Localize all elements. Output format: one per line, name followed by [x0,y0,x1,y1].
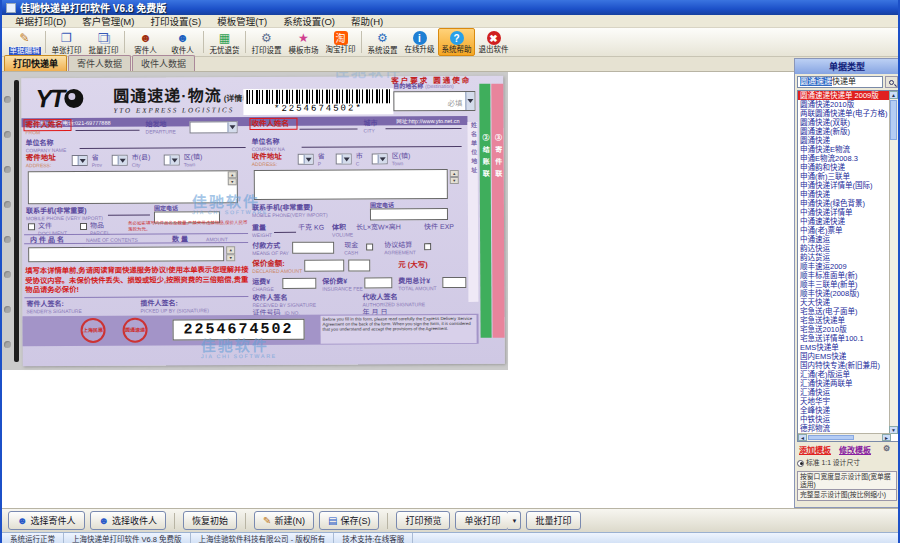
weight-field[interactable] [274,224,296,233]
new-button[interactable]: ✎ 新建(N) [254,511,314,530]
save-button[interactable]: ▤ 保存(S) [319,511,379,530]
charge-field[interactable] [282,278,316,289]
template-list-item[interactable]: EMS快递单 [798,343,890,352]
template-list-item[interactable]: 中通速运 [798,235,890,244]
document-checkbox[interactable] [28,223,35,230]
receiver-city-select[interactable] [336,154,352,165]
departure-select[interactable] [189,121,237,133]
template-list-item[interactable]: 中通快递详情单 [798,208,890,217]
template-list-item[interactable]: 申通韵和快递 [798,163,890,172]
receiver-company-field[interactable] [302,137,462,148]
sender-province-select[interactable] [72,155,88,166]
amount-spinner[interactable]: ▲▼ [226,246,235,261]
option-fit-whole[interactable]: 完整显示设计图(按比例缩小) [797,489,897,501]
template-list-item[interactable]: 申通快递(绿色背景) [798,199,890,208]
destination-input[interactable]: 必填 [393,91,475,111]
toolbar-taobao-button[interactable]: 淘 淘宝打印 [322,28,359,56]
template-list-item[interactable]: 圆通速递快递单 2009版 [798,91,890,100]
template-list-item[interactable]: 圆通快递(双联) [798,118,890,127]
template-list-item[interactable]: 圆通快递2010版 [798,100,890,109]
parcel-checkbox[interactable] [80,223,87,230]
template-list-item[interactable]: 汇通(老)版运单 [798,370,890,379]
template-list-item[interactable]: 中铁快运 [798,415,890,424]
menu-item[interactable]: 帮助(H) [344,14,390,28]
template-list-hscrollbar[interactable]: ◄ ► [798,433,891,441]
declared-amount-field2[interactable] [348,259,370,271]
tab-print-waybill[interactable]: 打印快递单 [4,55,67,71]
template-list-item[interactable]: 韵达货运 [798,253,890,262]
toolbar-sender-button[interactable]: ☻ 寄件人 [127,28,164,56]
toolbar-upgrade-button[interactable]: i 在线升级 [401,28,438,56]
receiver-address-spinner[interactable]: ▲▼ [450,170,459,184]
template-list-item[interactable]: 顺丰速运2009 [798,262,890,271]
insurance-fee-field[interactable] [364,277,392,288]
receiver-town-select[interactable] [372,153,388,164]
toolbar-template-market-button[interactable]: ★ 模板市场 [285,28,322,56]
toolbar-exit-button[interactable]: ✖ 退出软件 [475,28,512,56]
toolbar-receiver-button[interactable]: ☻ 收件人 [164,28,201,56]
toolbar-returns-button[interactable]: ▦ 无忧退货 [206,28,243,56]
template-list-vscrollbar[interactable]: ▲ ▼ [889,91,898,434]
template-list-item[interactable]: 国内特快专递(新旧兼用) [798,361,890,370]
template-list-item[interactable]: 圆通速递(新版) [798,127,890,136]
template-list-item[interactable]: 汇通快运 [798,388,890,397]
receiver-province-select[interactable] [298,154,314,165]
sender-address-spinner[interactable]: ▲▼ [228,171,237,185]
receiver-tel-field[interactable] [370,208,448,220]
option-fit-width[interactable]: 按窗口宽度显示设计图(宽单据适用) [797,471,897,491]
template-tool-icon[interactable]: ⚙ [883,444,890,453]
toolbar-system-settings-button[interactable]: ⚙ 系统设置 [364,28,401,56]
template-list-item[interactable]: 两联圆通快递单(电子方格) [798,109,890,118]
option-actual-size[interactable]: 标准 1:1 设计尺寸 [797,459,897,467]
template-list-item[interactable]: 顺丰三联单(新单) [798,280,890,289]
toolbar-print-settings-button[interactable]: ⚙ 打印设置 [248,28,285,56]
template-list-item[interactable]: 申通E物流2008.3 [798,154,890,163]
reset-button[interactable]: 恢复初始 [183,511,237,530]
receiver-address-textarea[interactable] [254,169,448,200]
menu-item[interactable]: 模板管理(T) [210,14,274,28]
toolbar-print-one-button[interactable]: ❐ 单张打印 [48,28,85,56]
template-list-item[interactable]: 中通(老)票单 [798,226,890,235]
print-single-button[interactable]: 单张打印 [455,511,509,530]
tab-receiver-data[interactable]: 收件人数据 [132,55,195,71]
template-list-item[interactable]: 顺丰快递(2008版) [798,289,890,298]
template-list-item[interactable]: 申通快递E物流 [798,145,890,154]
template-list-item[interactable]: 申通(新)三联单 [798,172,890,181]
template-list-item[interactable]: 天天快递 [798,298,890,307]
receiver-name-field[interactable] [299,120,357,130]
total-amount-field[interactable] [442,277,466,288]
template-list-item[interactable]: 申通快递详情单(国际) [798,181,890,190]
add-template-link[interactable]: 添加模板 [799,444,831,455]
select-receiver-button[interactable]: ☻ 选择收件人 [90,511,167,530]
template-list-item[interactable]: 全峰快递 [798,406,890,415]
print-batch-button[interactable]: 批量打印 [526,511,580,530]
toolbar-print-batch-button[interactable]: ❒ 批量打印 [85,28,122,56]
sender-city-select[interactable] [112,155,128,166]
template-list-item[interactable]: 德邦物流 [798,424,890,433]
sender-mobile-field[interactable] [108,207,150,216]
cash-checkbox[interactable] [366,243,373,250]
menu-item[interactable]: 客户管理(M) [75,14,141,28]
template-search-button[interactable] [885,76,898,88]
sender-name-field[interactable] [75,121,139,131]
print-single-dropdown[interactable]: ▼ [508,511,521,530]
toolbar-help-button[interactable]: ? 系统帮助 [438,28,475,56]
template-list-item[interactable]: 宅急送(电子面单) [798,307,890,316]
template-list-item[interactable]: 宅急送快递单 [798,316,890,325]
declared-amount-field[interactable] [304,260,344,272]
template-list-item[interactable]: 国内EMS快递 [798,352,890,361]
menu-item[interactable]: 系统设置(O) [276,14,342,28]
sender-company-field[interactable] [80,138,246,149]
menu-item[interactable]: 单据打印(D) [8,14,73,28]
template-list-item[interactable]: 申通快递 [798,190,890,199]
payment-field[interactable] [292,242,334,254]
menu-item[interactable]: 打印设置(S) [143,14,208,28]
template-list-item[interactable]: 韵达快运 [798,244,890,253]
select-sender-button[interactable]: ☻ 选择寄件人 [8,511,85,530]
agreement-checkbox[interactable] [424,243,431,250]
template-search-input[interactable]: 圆通速递快递单 [797,76,883,88]
template-list-item[interactable]: 汇通快递两联单 [798,379,890,388]
toolbar-edit-button[interactable]: ✎ 单据编辑 [6,28,43,56]
template-list-item[interactable]: 宅急送2010版 [798,325,890,334]
print-preview-button[interactable]: 打印预览 [396,511,450,530]
